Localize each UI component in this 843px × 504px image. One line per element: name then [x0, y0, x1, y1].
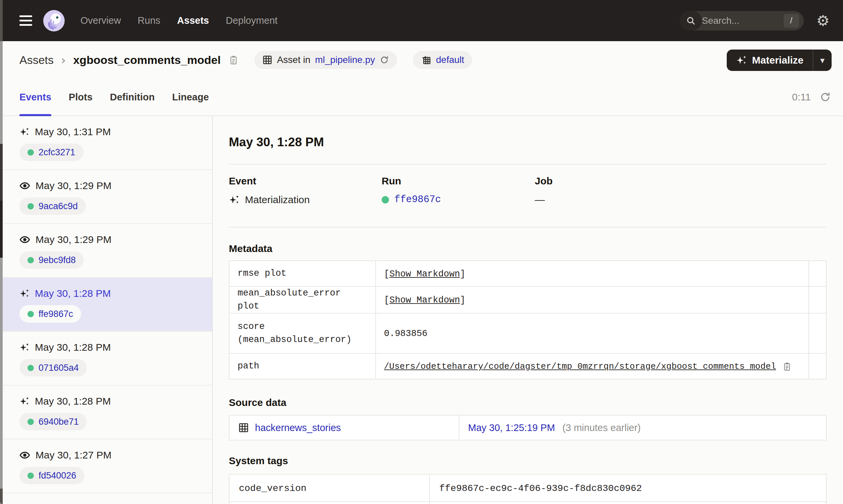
source-time-note: (3 minutes earlier)	[563, 422, 641, 433]
system-tag-value: ffe9867c-ec9c-4f06-939c-f8dc830c0962	[439, 483, 642, 493]
sparkle-icon	[736, 55, 747, 66]
event-list-item[interactable]: May 30, 1:28 PM ffe9867c	[0, 278, 212, 332]
event-list-item[interactable]: May 30, 1:29 PM 9ebc9fd8	[0, 224, 212, 278]
event-list-item[interactable]: May 30, 1:29 PM 9aca6c9d	[0, 170, 212, 224]
search-input[interactable]	[702, 15, 784, 26]
run-column-label: Run	[382, 175, 535, 187]
run-id-label: 071605a4	[38, 363, 79, 373]
materialize-button[interactable]: Materialize	[727, 50, 813, 71]
event-list-item[interactable]: May 30, 1:27 PM fd540026	[0, 439, 212, 493]
metadata-row: rmse plot [Show Markdown]	[229, 261, 826, 286]
source-time-link[interactable]: May 30, 1:25:19 PM	[468, 422, 555, 433]
materialization-sparkle-icon	[19, 396, 30, 406]
run-id-pill[interactable]: 071605a4	[19, 359, 87, 377]
event-detail-title: May 30, 1:28 PM	[229, 135, 827, 149]
tabs-row: EventsPlotsDefinitionLineage 0:11	[0, 79, 843, 116]
metadata-key: mean_absolute_error plot	[238, 288, 341, 311]
source-data-heading: Source data	[229, 397, 827, 408]
copy-asset-name-icon[interactable]	[228, 55, 239, 65]
badge-default[interactable]: default	[413, 51, 472, 69]
event-list-item[interactable]: May 30, 1:28 PM 071605a4	[0, 332, 212, 385]
search-box[interactable]: /	[680, 11, 804, 31]
hamburger-menu-icon[interactable]	[19, 15, 32, 26]
tab-definition[interactable]: Definition	[110, 79, 155, 115]
materialization-sparkle-icon	[19, 127, 30, 137]
event-list-item[interactable]: May 30, 1:28 PM 6940be71	[0, 385, 212, 439]
run-id-label: 6940be71	[38, 417, 79, 427]
refresh-icon[interactable]	[820, 91, 831, 103]
event-timestamp: May 30, 1:27 PM	[35, 449, 111, 461]
run-status-dot	[382, 196, 389, 203]
asset-badges: Asset in ml_pipeline.py default	[239, 51, 472, 69]
dagster-logo-icon[interactable]	[43, 10, 65, 32]
run-id-pill[interactable]: ffe9867c	[19, 305, 81, 323]
event-list-item[interactable]: May 30, 1:31 PM 2cfc3271	[0, 116, 212, 170]
materialize-label: Materialize	[752, 55, 804, 66]
nav-item-runs[interactable]: Runs	[138, 15, 160, 26]
metadata-value: 0.983856	[384, 329, 428, 339]
run-status-dot	[28, 203, 34, 210]
asset-grid-icon	[262, 55, 272, 65]
metadata-row: path /Users/odetteharary/code/dagster/tm…	[229, 354, 826, 379]
show-markdown-link[interactable]: [Show Markdown]	[384, 295, 465, 305]
nav-item-assets[interactable]: Assets	[177, 15, 209, 26]
dagster-asset-page: OverviewRunsAssetsDeployment / ⚙ Assets …	[0, 0, 843, 504]
metadata-key: score (mean_absolute_error)	[238, 322, 351, 345]
event-timestamp: May 30, 1:28 PM	[35, 288, 111, 299]
copy-path-icon[interactable]	[782, 361, 792, 372]
run-status-dot	[28, 365, 34, 371]
run-id-pill[interactable]: 6940be71	[19, 413, 87, 430]
app-header: OverviewRunsAssetsDeployment / ⚙	[0, 0, 843, 41]
reload-code-location-icon[interactable]	[380, 55, 389, 65]
event-column-label: Event	[229, 175, 382, 187]
materialization-sparkle-icon	[229, 195, 240, 205]
run-id-pill[interactable]: 2cfc3271	[19, 144, 83, 161]
refresh-countdown: 0:11	[792, 91, 811, 103]
breadcrumb-assets-link[interactable]: Assets	[19, 54, 54, 67]
source-data-table: hackernews_stories May 30, 1:25:19 PM (3…	[229, 415, 827, 440]
materialize-split-button: Materialize ▾	[727, 50, 831, 71]
scrollbar-segment	[0, 201, 3, 258]
top-nav: OverviewRunsAssetsDeployment	[81, 15, 277, 26]
materialization-sparkle-icon	[19, 342, 30, 353]
nav-item-deployment[interactable]: Deployment	[226, 15, 278, 26]
observation-eye-icon	[19, 180, 30, 191]
job-value: —	[535, 194, 545, 205]
run-id-pill[interactable]: 9aca6c9d	[19, 197, 86, 215]
settings-gear-icon[interactable]: ⚙	[816, 13, 830, 28]
system-tags-heading: System tags	[229, 455, 827, 467]
tab-lineage[interactable]: Lineage	[172, 79, 209, 115]
run-id-link[interactable]: ffe9867c	[394, 194, 441, 205]
event-type-value: Materialization	[245, 194, 310, 205]
run-status-dot	[28, 257, 34, 264]
asset-name-title: xgboost_comments_model	[73, 54, 221, 67]
system-tag-row	[229, 502, 826, 504]
job-column-label: Job	[535, 175, 827, 187]
metadata-heading: Metadata	[229, 243, 827, 254]
run-id-pill[interactable]: fd540026	[19, 467, 84, 484]
storage-path-link[interactable]: /Users/odetteharary/code/dagster/tmp_0mz…	[384, 361, 776, 372]
breadcrumb-row: Assets › xgboost_comments_model Asset in…	[0, 41, 843, 79]
event-list-sidebar: May 30, 1:31 PM 2cfc3271 May 30, 1:29 PM…	[0, 116, 213, 504]
nav-item-overview[interactable]: Overview	[81, 15, 121, 26]
tab-plots[interactable]: Plots	[69, 79, 92, 115]
system-tag-key: code_version	[239, 483, 307, 493]
system-tags-table: code_version ffe9867c-ec9c-4f06-939c-f8d…	[229, 474, 827, 504]
run-id-label: 9ebc9fd8	[38, 255, 76, 265]
source-asset-link[interactable]: hackernews_stories	[255, 422, 341, 433]
scrollbar-segment	[0, 0, 3, 41]
materialization-sparkle-icon	[19, 288, 30, 299]
run-id-pill[interactable]: 9ebc9fd8	[19, 251, 84, 269]
badge-ml_pipeline.py[interactable]: Asset in ml_pipeline.py	[254, 51, 397, 69]
show-markdown-link[interactable]: [Show Markdown]	[384, 269, 465, 279]
asset-grid-icon	[238, 422, 249, 433]
event-timestamp: May 30, 1:29 PM	[35, 180, 111, 192]
materialize-dropdown-caret[interactable]: ▾	[813, 50, 831, 71]
event-timestamp: May 30, 1:28 PM	[35, 342, 111, 353]
system-tag-row: code_version ffe9867c-ec9c-4f06-939c-f8d…	[229, 474, 826, 502]
tab-events[interactable]: Events	[19, 79, 51, 115]
badge-link[interactable]: ml_pipeline.py	[315, 55, 375, 65]
badge-link[interactable]: default	[436, 55, 464, 65]
window-left-scrollbar[interactable]	[0, 0, 3, 504]
scrollbar-segment	[0, 144, 3, 201]
